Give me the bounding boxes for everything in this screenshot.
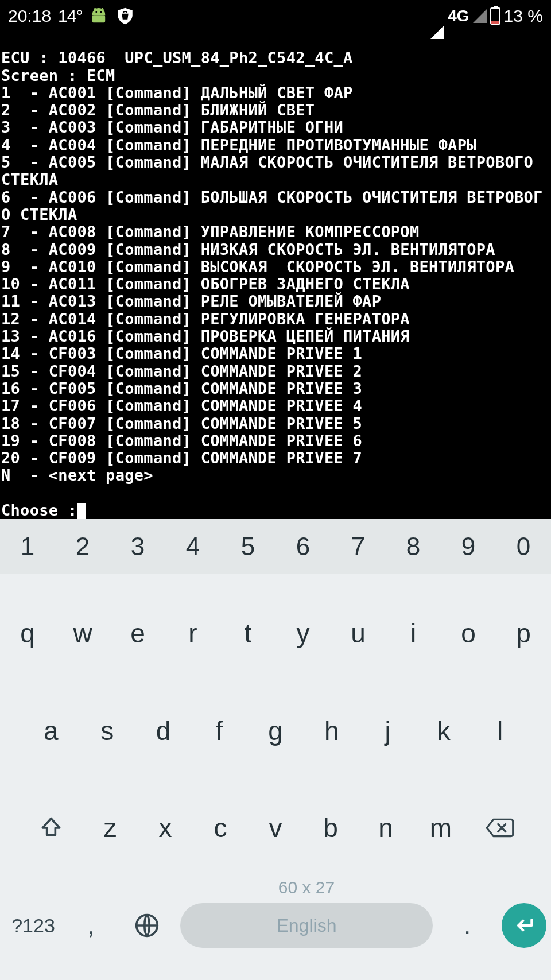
- comma-key[interactable]: ,: [62, 911, 119, 940]
- language-key[interactable]: [119, 913, 174, 938]
- status-time: 20:18: [8, 6, 51, 26]
- keyboard-language: English: [277, 915, 337, 936]
- keyboard: 1234567890 qwertyuiop asdfghjkl zxcvbnm …: [0, 519, 551, 980]
- ecu-line: ECU : 10466 UPC_USM_84_Ph2_C542_4C_A: [1, 49, 353, 67]
- keyboard-row-1: qwertyuiop: [0, 602, 551, 665]
- screen-line: Screen : ECM: [1, 67, 115, 84]
- symbols-key[interactable]: ?123: [5, 915, 62, 937]
- key-j[interactable]: j: [360, 715, 416, 746]
- keyboard-row-3: zxcvbnm: [0, 796, 551, 859]
- key-i[interactable]: i: [386, 618, 441, 649]
- key-n[interactable]: n: [358, 812, 413, 843]
- key-8[interactable]: 8: [386, 532, 441, 561]
- key-1[interactable]: 1: [0, 532, 55, 561]
- keyboard-row-2: asdfghjkl: [0, 699, 551, 762]
- status-bar: 20:18 14° 4G 13 %: [0, 0, 551, 32]
- key-h[interactable]: h: [304, 715, 360, 746]
- space-key[interactable]: 60 x 27 English: [180, 903, 433, 948]
- key-u[interactable]: u: [331, 618, 386, 649]
- key-g[interactable]: g: [247, 715, 304, 746]
- key-f[interactable]: f: [191, 715, 247, 746]
- battery-percent: 13 %: [504, 6, 543, 26]
- key-x[interactable]: x: [138, 812, 193, 843]
- key-c[interactable]: c: [193, 812, 248, 843]
- period-key[interactable]: .: [439, 911, 496, 940]
- key-3[interactable]: 3: [110, 532, 165, 561]
- shift-key[interactable]: [20, 815, 83, 840]
- key-t[interactable]: t: [220, 618, 276, 649]
- signal-icon-2: [473, 9, 487, 23]
- key-2[interactable]: 2: [55, 532, 110, 561]
- key-o[interactable]: o: [441, 618, 496, 649]
- key-k[interactable]: k: [416, 715, 472, 746]
- key-5[interactable]: 5: [220, 532, 276, 561]
- key-d[interactable]: d: [135, 715, 192, 746]
- keyboard-number-row: 1234567890: [0, 519, 551, 574]
- key-w[interactable]: w: [55, 618, 110, 649]
- key-6[interactable]: 6: [276, 532, 331, 561]
- key-4[interactable]: 4: [165, 532, 220, 561]
- key-7[interactable]: 7: [331, 532, 386, 561]
- key-y[interactable]: y: [276, 618, 331, 649]
- battery-icon: [490, 7, 500, 25]
- key-p[interactable]: p: [496, 618, 551, 649]
- svg-rect-0: [92, 16, 105, 23]
- enter-key[interactable]: [502, 903, 546, 948]
- key-l[interactable]: l: [472, 715, 528, 746]
- key-a[interactable]: a: [23, 715, 79, 746]
- status-left: 20:18 14°: [8, 6, 135, 26]
- key-r[interactable]: r: [165, 618, 220, 649]
- backspace-key[interactable]: [468, 816, 531, 839]
- svg-point-2: [100, 11, 102, 13]
- status-right: 4G 13 %: [430, 6, 543, 26]
- key-s[interactable]: s: [79, 715, 135, 746]
- terminal-dimensions: 60 x 27: [278, 878, 335, 897]
- key-v[interactable]: v: [248, 812, 303, 843]
- key-9[interactable]: 9: [441, 532, 496, 561]
- terminal-output[interactable]: ECU : 10466 UPC_USM_84_Ph2_C542_4C_A Scr…: [0, 32, 551, 519]
- terminal-cursor[interactable]: [77, 503, 86, 519]
- key-e[interactable]: e: [110, 618, 165, 649]
- keyboard-row-4: ?123 , 60 x 27 English .: [0, 894, 551, 957]
- key-b[interactable]: b: [303, 812, 358, 843]
- android-icon: [89, 8, 108, 24]
- key-q[interactable]: q: [0, 618, 55, 649]
- key-0[interactable]: 0: [496, 532, 551, 561]
- terminal-items: 1 - AC001 [Command] ДАЛЬНЫЙ СВЕТ ФАР 2 -…: [1, 84, 543, 485]
- shield-icon: [115, 6, 135, 26]
- network-type: 4G: [448, 7, 469, 25]
- key-m[interactable]: m: [413, 812, 468, 843]
- key-z[interactable]: z: [83, 812, 138, 843]
- svg-point-1: [96, 11, 98, 13]
- signal-icon-1: [430, 6, 444, 26]
- terminal-prompt: Choose :: [1, 501, 77, 519]
- status-temperature: 14°: [58, 6, 82, 26]
